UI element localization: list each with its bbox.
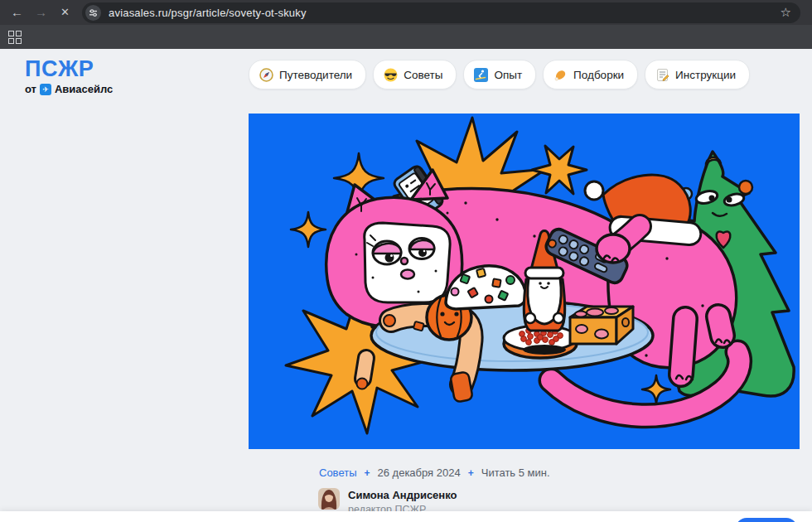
nav-pill-label: Подборки: [573, 69, 624, 81]
author-avatar: [318, 488, 340, 510]
close-button[interactable]: ✕: [53, 0, 77, 25]
meta-separator: +: [468, 467, 474, 479]
tune-icon: [89, 8, 98, 17]
nav-pill-label: Инструкции: [675, 69, 736, 81]
logo-sub-prefix: от: [25, 83, 36, 95]
nav-pill-collections[interactable]: Подборки: [543, 60, 638, 89]
nav-pill-experience[interactable]: Опыт: [463, 60, 536, 89]
face-sunglasses-icon: [384, 68, 398, 82]
nav-pill-label: Путеводители: [279, 69, 352, 81]
url-text: aviasales.ru/psgr/article/sovety-ot-skuk…: [109, 7, 781, 19]
cookie-accept-button[interactable]: [736, 518, 797, 522]
url-bar[interactable]: aviasales.ru/psgr/article/sovety-ot-skuk…: [82, 2, 800, 23]
nav-pill-tips[interactable]: Советы: [373, 60, 457, 89]
cookie-banner: [0, 511, 812, 522]
nav-pill-label: Советы: [404, 69, 442, 81]
grid-square: [16, 38, 22, 44]
page-content: ПСЖР от ✈ Авиасейлс Путеводители Советы: [0, 49, 812, 522]
read-time: Читать 5 мин.: [481, 466, 550, 479]
nav-pill-guides[interactable]: Путеводители: [249, 60, 366, 89]
article-meta: Советы + 26 декабря 2024 + Читать 5 мин.: [319, 466, 550, 479]
memo-icon: [655, 68, 669, 82]
category-link[interactable]: Советы: [319, 466, 356, 479]
site-logo[interactable]: ПСЖР от ✈ Авиасейлс: [25, 58, 113, 95]
hero-illustration: [249, 114, 800, 449]
compass-icon: [259, 68, 273, 82]
category-nav: Путеводители Советы Опыт Подб: [249, 60, 750, 89]
snowboarder-icon: [474, 68, 488, 82]
nav-pill-label: Опыт: [494, 69, 522, 81]
forward-button[interactable]: →: [29, 0, 53, 25]
grid-square: [8, 31, 14, 36]
browser-toolbar: ← → ✕ aviasales.ru/psgr/article/sovety-o…: [0, 0, 812, 25]
secondary-toolbar: [0, 25, 812, 49]
apps-grid-icon[interactable]: [8, 31, 23, 46]
bookmark-star-icon[interactable]: ☆: [781, 5, 791, 20]
author-name: Симона Андрисенко: [348, 489, 457, 501]
hero-art: [249, 114, 800, 449]
grid-square: [8, 38, 14, 44]
meta-separator: +: [364, 467, 370, 479]
aviasales-logo-icon: ✈: [40, 84, 51, 95]
back-button[interactable]: ←: [5, 0, 29, 25]
grid-square: [16, 31, 22, 36]
logo-title: ПСЖР: [25, 58, 113, 80]
site-info-icon[interactable]: [85, 5, 101, 21]
logo-sub-brand: Авиасейлс: [55, 83, 113, 95]
publish-date: 26 декабря 2024: [378, 466, 461, 479]
aspic-cake: [570, 307, 633, 344]
nav-pill-instructions[interactable]: Инструкции: [645, 60, 750, 89]
chicken-leg-icon: [553, 68, 568, 82]
avatar-image: [318, 488, 340, 510]
